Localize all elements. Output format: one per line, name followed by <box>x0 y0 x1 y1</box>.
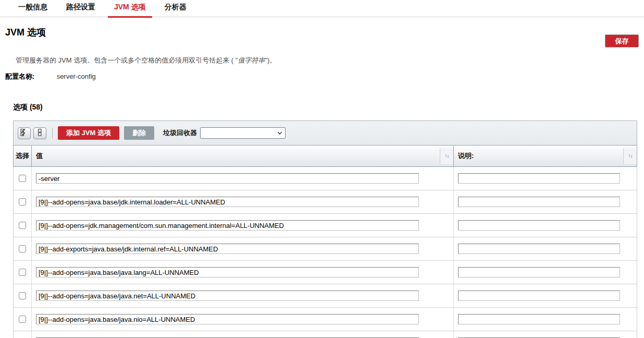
row-description-cell <box>454 267 637 277</box>
tab-general-info[interactable]: 一般信息 <box>12 3 54 17</box>
table-row <box>14 167 637 190</box>
tab-jvm-options[interactable]: JVM 选项 <box>108 3 152 17</box>
config-name-row: 配置名称: server-config <box>5 72 644 81</box>
table-row <box>14 308 637 331</box>
table-row <box>14 284 637 308</box>
row-select-cell <box>14 261 32 284</box>
table-row <box>14 331 637 338</box>
jvm-option-description-input[interactable] <box>458 267 620 277</box>
description-text: 管理服务器的 JVM 选项。包含一个或多个空格的值必须用双引号括起来 ( " <box>16 56 238 64</box>
table-row <box>14 214 637 237</box>
row-select-cell <box>14 237 32 260</box>
jvm-option-value-input[interactable] <box>36 197 419 207</box>
column-header-value-label: 值 <box>36 151 43 161</box>
add-jvm-option-button[interactable]: 添加 JVM 选项 <box>58 126 119 140</box>
row-description-cell <box>454 197 637 207</box>
row-checkbox[interactable] <box>19 269 26 276</box>
table-row <box>14 237 637 261</box>
row-value-cell <box>32 308 454 331</box>
row-checkbox[interactable] <box>19 245 26 252</box>
row-checkbox[interactable] <box>19 222 26 229</box>
garbage-collector-label: 垃圾回收器 <box>163 128 197 138</box>
deselect-all-button[interactable] <box>33 127 46 139</box>
sort-button-description-column[interactable]: ↑↓ <box>623 148 637 164</box>
description-italic-text: 值字符串 <box>238 56 265 64</box>
row-description-cell <box>454 314 637 324</box>
save-button[interactable]: 保存 <box>605 34 639 47</box>
row-description-cell <box>454 244 637 254</box>
jvm-options-table: 添加 JVM 选项 删除 垃圾回收器 选择 值 ↑↓ 说明: ↑↓ <box>13 120 637 338</box>
column-header-select: 选择 <box>14 146 32 166</box>
row-select-cell <box>14 214 32 237</box>
row-value-cell <box>32 261 454 284</box>
deselect-all-icon <box>36 128 44 138</box>
tab-bar: 一般信息 路径设置 JVM 选项 分析器 <box>0 0 644 17</box>
row-checkbox[interactable] <box>19 292 26 299</box>
jvm-option-value-input[interactable] <box>36 220 419 231</box>
page-description: 管理服务器的 JVM 选项。包含一个或多个空格的值必须用双引号括起来 ( "值字… <box>16 56 644 65</box>
sort-icon: ↑↓ <box>445 153 449 159</box>
tab-path-settings[interactable]: 路径设置 <box>60 3 102 17</box>
jvm-option-value-input[interactable] <box>36 244 419 254</box>
row-select-cell <box>14 284 32 307</box>
jvm-option-description-input[interactable] <box>458 291 620 301</box>
column-header-description-label: 说明: <box>458 151 474 161</box>
row-select-cell <box>14 167 32 190</box>
config-name-value: server-config <box>57 73 96 80</box>
sort-button-value-column[interactable]: ↑↓ <box>440 148 453 164</box>
config-name-label: 配置名称: <box>5 72 55 81</box>
column-header-description: 说明: ↑↓ <box>454 146 637 166</box>
garbage-collector-select[interactable] <box>200 127 286 139</box>
row-value-cell <box>32 331 454 338</box>
description-text-end: ")。 <box>265 56 276 64</box>
select-all-icon <box>20 128 28 138</box>
garbage-collector-select-wrap <box>200 127 286 139</box>
row-value-cell <box>32 214 454 237</box>
jvm-option-description-input[interactable] <box>458 220 620 231</box>
jvm-option-value-input[interactable] <box>36 173 419 184</box>
row-select-cell <box>14 190 32 213</box>
toolbar-separator <box>52 128 53 138</box>
sort-icon: ↑↓ <box>628 153 633 159</box>
row-checkbox[interactable] <box>19 198 26 206</box>
row-value-cell <box>32 167 454 190</box>
column-header-value: 值 ↑↓ <box>32 146 454 166</box>
row-value-cell <box>32 190 454 213</box>
page-title: JVM 选项 <box>5 26 644 39</box>
table-header-row: 选择 值 ↑↓ 说明: ↑↓ <box>13 145 637 167</box>
row-checkbox[interactable] <box>19 175 26 182</box>
row-value-cell <box>32 237 454 260</box>
row-select-cell <box>14 331 32 338</box>
select-all-button[interactable] <box>18 127 31 139</box>
jvm-option-description-input[interactable] <box>458 314 620 324</box>
table-row <box>14 190 637 214</box>
table-row <box>14 261 637 284</box>
table-body <box>13 167 637 338</box>
row-checkbox[interactable] <box>19 316 26 323</box>
row-description-cell <box>454 291 637 301</box>
jvm-option-description-input[interactable] <box>458 173 620 184</box>
jvm-option-value-input[interactable] <box>36 267 419 277</box>
delete-button[interactable]: 删除 <box>124 126 154 140</box>
jvm-option-description-input[interactable] <box>458 244 620 254</box>
table-toolbar: 添加 JVM 选项 删除 垃圾回收器 <box>13 120 637 145</box>
row-select-cell <box>14 308 32 331</box>
row-description-cell <box>454 220 637 231</box>
jvm-option-value-input[interactable] <box>36 314 419 324</box>
row-description-cell <box>454 173 637 184</box>
jvm-option-value-input[interactable] <box>36 291 419 301</box>
jvm-option-description-input[interactable] <box>458 197 620 207</box>
tab-profiler[interactable]: 分析器 <box>158 3 193 17</box>
options-count-heading: 选项 (58) <box>13 103 644 112</box>
row-value-cell <box>32 284 454 307</box>
